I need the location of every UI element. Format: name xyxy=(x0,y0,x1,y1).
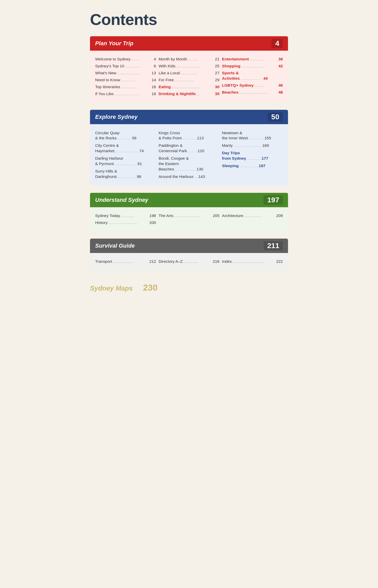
list-item: Top Itineraries ............. 16 xyxy=(95,84,156,91)
section-plan-your-trip: Plan Your Trip 4 Welcome to Sydney .....… xyxy=(90,36,288,103)
section-title-survival: Survival Guide xyxy=(95,242,135,249)
section-understand-sydney: Understand Sydney 197 Sydney Today .....… xyxy=(90,193,288,231)
section-header-explore: Explore Sydney 50 xyxy=(90,110,288,124)
list-item: What's New ................... 13 xyxy=(95,70,156,77)
understand-col1: Sydney Today ............ 198 History ..… xyxy=(95,212,156,226)
list-item: Drinking & Nightlife ... 35 xyxy=(159,91,220,97)
section-body-survival: Transport ................. 212 Director… xyxy=(90,253,288,270)
understand-col3: Architecture ............... 209 xyxy=(222,212,283,226)
list-item: Like a Local ............... 27 xyxy=(159,70,220,77)
list-item: Month by Month ......... 21 xyxy=(159,56,220,63)
survival-col3: Index ........................... 222 xyxy=(222,258,283,265)
section-title-understand: Understand Sydney xyxy=(95,197,148,203)
list-item: Paddington &Centennial Park.........120 xyxy=(159,142,220,155)
list-item: For Free ................. 29 xyxy=(159,77,220,84)
list-item: Index ........................... 222 xyxy=(222,258,283,265)
list-item: Transport ................. 212 xyxy=(95,258,156,265)
list-item: City Centre &Haymarket..................… xyxy=(95,142,156,155)
list-item: Kings Cross& Potts Point.............113 xyxy=(159,129,220,142)
section-survival-guide: Survival Guide 211 Transport ...........… xyxy=(90,239,288,270)
list-item: Eating ......................... 30 xyxy=(159,84,220,91)
survival-col1: Transport ................. 212 xyxy=(95,258,156,265)
list-item: Sydney Today ............ 198 xyxy=(95,212,156,219)
list-item: Manly.........................169 xyxy=(222,142,283,149)
list-item: Sleeping.................187 xyxy=(222,162,283,170)
section-number-understand: 197 xyxy=(264,195,283,205)
list-item: Day Tripsfrom Sydney.............177 xyxy=(222,149,283,162)
list-item: History ......................... 200 xyxy=(95,219,156,226)
section-body-explore: Circular Quay& the Rocks.............56 … xyxy=(90,124,288,186)
survival-col2: Directory A–Z ............. 216 xyxy=(159,258,220,265)
list-item: Directory A–Z ............. 216 xyxy=(159,258,220,265)
explore-col3: Newtown &the Inner West..............155… xyxy=(222,129,283,180)
section-explore-sydney: Explore Sydney 50 Circular Quay& the Roc… xyxy=(90,110,288,186)
plan-col2: Month by Month ......... 21 With Kids ..… xyxy=(159,56,220,97)
section-number-explore: 50 xyxy=(268,112,283,122)
list-item: Bondi, Coogee &the EasternBeaches.......… xyxy=(159,155,220,173)
sydney-maps-number: 230 xyxy=(143,283,158,293)
section-title-plan: Plan Your Trip xyxy=(95,40,133,47)
explore-col2: Kings Cross& Potts Point.............113… xyxy=(159,129,220,180)
list-item: Architecture ............... 209 xyxy=(222,212,283,219)
list-item: Around the Harbour....143 xyxy=(159,173,220,180)
section-header-plan: Plan Your Trip 4 xyxy=(90,36,288,51)
list-item: Circular Quay& the Rocks.............56 xyxy=(95,129,156,142)
understand-col2: The Arts ...................... 205 xyxy=(159,212,220,226)
explore-col1: Circular Quay& the Rocks.............56 … xyxy=(95,129,156,180)
list-item: Entertainment ............ 38 xyxy=(222,56,283,63)
section-title-explore: Explore Sydney xyxy=(95,114,138,120)
section-header-understand: Understand Sydney 197 xyxy=(90,193,288,207)
list-item: With Kids .................... 25 xyxy=(159,63,220,70)
page-title: Contents xyxy=(90,10,288,29)
section-number-plan: 4 xyxy=(272,39,283,48)
section-header-survival: Survival Guide 211 xyxy=(90,239,288,253)
list-item: Shopping ................... 42 xyxy=(222,63,283,70)
section-number-survival: 211 xyxy=(264,241,283,250)
list-item: Sydney's Top 10 ............. 6 xyxy=(95,63,156,70)
list-item: Sports &Activities .................. 44 xyxy=(222,70,283,82)
plan-col3: Entertainment ............ 38 Shopping .… xyxy=(222,56,283,97)
list-item: Need to Know ............. 14 xyxy=(95,77,156,84)
list-item: Beaches ........................ 48 xyxy=(222,89,283,96)
list-item: Welcome to Sydney ........ 4 xyxy=(95,56,156,63)
section-body-plan: Welcome to Sydney ........ 4 Sydney's To… xyxy=(90,51,288,103)
section-body-understand: Sydney Today ............ 198 History ..… xyxy=(90,207,288,231)
plan-col1: Welcome to Sydney ........ 4 Sydney's To… xyxy=(95,56,156,97)
list-item: Surry Hills &Darlinghurst...............… xyxy=(95,168,156,180)
list-item: If You Like ..................... 18 xyxy=(95,91,156,97)
list-item: LGBTQ+ Sydney ........ 46 xyxy=(222,82,283,89)
section-sydney-maps: Sydney Maps 230 xyxy=(90,277,288,295)
list-item: The Arts ...................... 205 xyxy=(159,212,220,219)
list-item: Darling Harbour& Pyrmont................… xyxy=(95,155,156,168)
sydney-maps-title: Sydney Maps xyxy=(90,284,133,292)
list-item: Newtown &the Inner West..............155 xyxy=(222,129,283,142)
